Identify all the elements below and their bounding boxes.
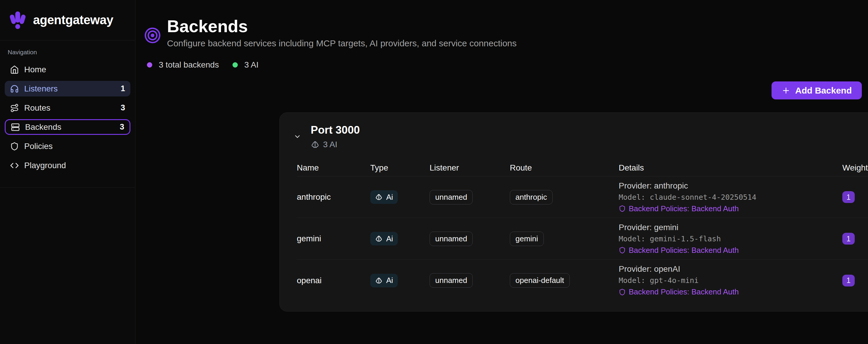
column-header-type: Type — [370, 163, 430, 173]
stat-label: 3 AI — [244, 60, 258, 70]
navigation-label: Navigation — [5, 49, 130, 56]
card-header: Port 3000 3 AI 3 backends — [293, 124, 868, 149]
table-row: anthropic Ai unnamed anthropic Provider:… — [297, 177, 868, 218]
column-header-details: Details — [619, 163, 842, 173]
details-cell: Provider: anthropic Model: claude-sonnet… — [619, 180, 842, 215]
purple-dot-icon — [147, 62, 152, 68]
card-subtitle: 3 AI — [311, 140, 360, 149]
policies-text: Backend Policies: Backend Auth — [629, 203, 739, 215]
model-text: Model: gpt-4o-mini — [619, 275, 842, 286]
type-label: Ai — [386, 193, 393, 202]
column-header-weight: Weight — [842, 163, 868, 173]
collapse-chevron-button[interactable] — [293, 133, 301, 140]
home-icon — [10, 65, 19, 74]
details-cell: Provider: openAI Model: gpt-4o-mini Back… — [619, 263, 842, 298]
policies-text: Backend Policies: Backend Auth — [629, 245, 739, 256]
type-badge-ai: Ai — [370, 274, 398, 287]
shield-icon — [619, 247, 626, 254]
shield-icon — [619, 205, 626, 212]
sidebar-item-count: 1 — [121, 84, 125, 93]
card-title: Port 3000 — [311, 124, 360, 136]
sidebar-item-label: Routes — [24, 103, 51, 113]
green-dot-icon — [232, 62, 238, 68]
sidebar-item-routes[interactable]: Routes 3 — [5, 100, 130, 116]
brain-icon — [311, 140, 319, 149]
chevron-down-icon — [293, 133, 301, 140]
backend-policies-link: Backend Policies: Backend Auth — [619, 245, 842, 256]
policies-text: Backend Policies: Backend Auth — [629, 286, 739, 298]
sidebar-item-home[interactable]: Home — [5, 62, 130, 77]
sidebar-item-listeners[interactable]: Listeners 1 — [5, 81, 130, 96]
headphones-icon — [10, 84, 19, 93]
provider-text: Provider: anthropic — [619, 180, 842, 191]
weight-badge: 1 — [842, 233, 855, 245]
plus-icon — [781, 86, 790, 95]
stat-total-backends: 3 total backends — [147, 60, 219, 70]
sidebar-item-label: Policies — [24, 142, 53, 151]
brain-icon — [375, 235, 383, 243]
model-text: Model: claude-sonnet-4-20250514 — [619, 191, 842, 203]
backend-name: openai — [297, 276, 370, 285]
listener-badge: unnamed — [430, 273, 473, 288]
stat-label: 3 total backends — [159, 60, 219, 70]
provider-text: Provider: openAI — [619, 263, 842, 275]
server-icon — [11, 123, 20, 132]
sidebar-item-label: Playground — [24, 161, 66, 170]
shield-icon — [619, 288, 626, 295]
column-header-listener: Listener — [430, 163, 510, 173]
brand-logo[interactable]: agentgateway — [0, 0, 135, 40]
brain-icon — [375, 193, 383, 201]
type-label: Ai — [386, 276, 393, 285]
backend-policies-link: Backend Policies: Backend Auth — [619, 203, 842, 215]
card-subtitle-text: 3 AI — [323, 140, 337, 149]
backend-name: anthropic — [297, 192, 370, 202]
navigation-section: Navigation Home Listeners 1 — [0, 40, 135, 188]
table-row: openai Ai unnamed openai-default Provide… — [297, 260, 868, 301]
type-label: Ai — [386, 234, 393, 243]
route-badge: anthropic — [510, 190, 553, 205]
sidebar-item-count: 3 — [120, 122, 124, 132]
page-title: Backends — [167, 16, 517, 37]
column-header-route: Route — [510, 163, 619, 173]
sidebar-item-backends[interactable]: Backends 3 — [5, 119, 130, 135]
weight-badge: 1 — [842, 275, 855, 286]
listener-badge: unnamed — [430, 231, 473, 246]
bullseye-icon — [144, 27, 161, 44]
type-badge-ai: Ai — [370, 232, 398, 246]
listener-badge: unnamed — [430, 190, 473, 205]
page-header: Backends Configure backend services incl… — [144, 16, 862, 49]
route-badge: openai-default — [510, 273, 570, 288]
stats-row: 3 total backends 3 AI — [144, 60, 862, 70]
route-badge: gemini — [510, 231, 544, 246]
app-window: agentgateway Navigation Home — [0, 0, 868, 344]
sidebar: agentgateway Navigation Home — [0, 0, 135, 344]
details-cell: Provider: gemini Model: gemini-1.5-flash… — [619, 222, 842, 256]
code-icon — [10, 161, 19, 170]
sidebar-item-playground[interactable]: Playground — [5, 158, 130, 173]
port-3000-card: Port 3000 3 AI 3 backends Name Type — [279, 113, 868, 312]
backends-table: Name Type Listener Route Details Weight … — [293, 159, 868, 301]
sidebar-item-policies[interactable]: Policies — [5, 138, 130, 154]
route-icon — [10, 103, 19, 113]
provider-text: Provider: gemini — [619, 222, 842, 233]
page-subtitle: Configure backend services including MCP… — [167, 38, 517, 49]
column-header-name: Name — [297, 163, 370, 173]
weight-badge: 1 — [842, 191, 855, 203]
brand-name: agentgateway — [33, 13, 113, 27]
table-row: gemini Ai unnamed gemini Provider: gemin… — [297, 218, 868, 260]
type-badge-ai: Ai — [370, 190, 398, 204]
main-content: Backends Configure backend services incl… — [135, 0, 868, 344]
sidebar-item-count: 3 — [121, 103, 125, 113]
backend-name: gemini — [297, 234, 370, 243]
backend-policies-link: Backend Policies: Backend Auth — [619, 286, 842, 298]
add-backend-button[interactable]: Add Backend — [772, 82, 862, 99]
brain-icon — [375, 277, 383, 284]
stat-ai: 3 AI — [232, 60, 258, 70]
add-backend-label: Add Backend — [795, 86, 852, 96]
agentgateway-logo-icon — [8, 10, 27, 30]
sidebar-item-label: Listeners — [24, 84, 58, 94]
shield-icon — [10, 142, 19, 151]
model-text: Model: gemini-1.5-flash — [619, 233, 842, 245]
sidebar-item-label: Home — [24, 65, 46, 74]
table-header-row: Name Type Listener Route Details Weight … — [297, 159, 868, 177]
